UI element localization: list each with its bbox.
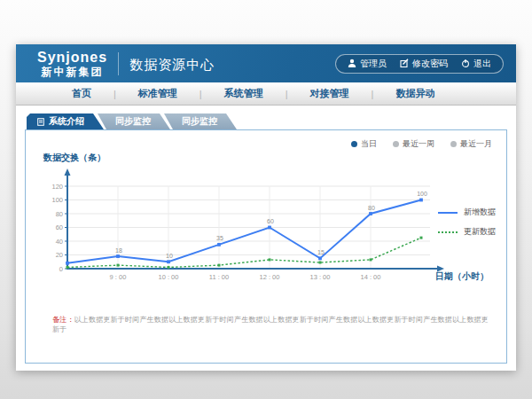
x-axis-title: 日期（小时） (435, 270, 489, 283)
svg-text:0: 0 (59, 265, 63, 273)
nav-item-2[interactable]: 系统管理 (202, 87, 286, 100)
radio-selected-icon (351, 141, 357, 147)
radio-label: 最近一月 (460, 138, 492, 150)
legend-label: 新增数据 (464, 207, 496, 218)
legend-item-0: 新增数据 (438, 207, 496, 218)
radio-label: 当日 (361, 138, 377, 150)
nav-item-1[interactable]: 标准管理 (116, 87, 200, 100)
svg-text:9 : 00: 9 : 00 (110, 273, 127, 281)
power-icon (461, 59, 470, 68)
user-menu-power[interactable]: 退出 (461, 58, 491, 70)
user-menu-label: 退出 (473, 58, 491, 70)
legend-line-sample (438, 231, 458, 233)
tab-2[interactable]: 同步监控 (164, 113, 237, 129)
radio-period-2[interactable]: 最近一月 (450, 138, 492, 150)
footnote: 备注：以上数据更新于时间产生数据以上数据更新于时间产生数据以上数据更新于时间产生… (52, 315, 492, 334)
user-menu-label: 修改密码 (412, 58, 448, 70)
svg-text:80: 80 (56, 210, 63, 218)
main-nav: 首页|标准管理|系统管理|对接管理|数据异动 (16, 82, 516, 106)
svg-text:40: 40 (56, 238, 63, 246)
legend-item-1: 更新数据 (438, 226, 496, 238)
logo-brand-text: Synjones (37, 51, 107, 65)
tab-0-active[interactable]: 系统介绍 (27, 113, 104, 129)
app-window: Synjones 新中新集团 数据资源中心 管理员修改密码退出 首页|标准管理|… (16, 44, 516, 371)
radio-unselected-icon (393, 141, 399, 147)
svg-text:15: 15 (317, 249, 325, 255)
svg-text:100: 100 (51, 196, 63, 204)
radio-label: 最近一周 (403, 138, 434, 150)
tab-label: 系统介绍 (49, 113, 84, 129)
edit-icon (400, 59, 409, 68)
svg-text:10 : 00: 10 : 00 (159, 273, 179, 281)
svg-text:11 : 00: 11 : 00 (209, 273, 229, 281)
logo: Synjones 新中新集团 (37, 51, 107, 77)
svg-text:120: 120 (51, 183, 63, 191)
svg-text:18: 18 (115, 247, 122, 254)
user-menu-user[interactable]: 管理员 (348, 58, 387, 70)
content-panel: 当日最近一周最近一月 数据交换（条） 0204060801001209 : 00… (25, 129, 507, 364)
document-icon (37, 118, 44, 126)
svg-text:10: 10 (166, 253, 173, 259)
svg-text:80: 80 (368, 205, 375, 211)
nav-item-4[interactable]: 数据异动 (373, 87, 457, 100)
content-area: 系统介绍同步监控同步监控 当日最近一周最近一月 数据交换（条） 02040608… (16, 106, 516, 364)
logo-company-text: 新中新集团 (37, 66, 107, 77)
svg-text:14 : 00: 14 : 00 (361, 273, 381, 281)
svg-text:60: 60 (267, 218, 274, 224)
legend-label: 更新数据 (464, 226, 496, 238)
app-header: Synjones 新中新集团 数据资源中心 管理员修改密码退出 (16, 44, 516, 82)
user-icon (348, 59, 356, 68)
chart-legend: 新增数据更新数据 (438, 207, 496, 246)
header-divider (118, 52, 119, 75)
nav-item-0[interactable]: 首页 (50, 87, 113, 100)
footnote-label: 备注： (52, 316, 74, 324)
svg-text:60: 60 (56, 223, 63, 231)
radio-unselected-icon (450, 141, 457, 147)
line-chart: 0204060801001209 : 0010 : 0011 : 0012 : … (33, 165, 450, 285)
radio-period-1[interactable]: 最近一周 (393, 138, 434, 150)
period-filter-group: 当日最近一周最近一月 (351, 138, 492, 150)
user-menu: 管理员修改密码退出 (335, 54, 504, 74)
tab-bar: 系统介绍同步监控同步监控 (27, 113, 507, 129)
user-menu-label: 管理员 (360, 58, 387, 70)
legend-line-sample (438, 212, 458, 214)
app-title: 数据资源中心 (129, 57, 215, 74)
svg-text:13 : 00: 13 : 00 (310, 273, 331, 281)
user-menu-edit[interactable]: 修改密码 (400, 58, 448, 70)
tab-1[interactable]: 同步监控 (98, 113, 170, 129)
svg-text:35: 35 (216, 235, 223, 241)
svg-text:100: 100 (417, 191, 427, 197)
y-axis-title: 数据交换（条） (43, 152, 106, 164)
svg-text:20: 20 (56, 251, 63, 259)
nav-item-3[interactable]: 对接管理 (288, 87, 372, 100)
svg-text:12 : 00: 12 : 00 (260, 273, 280, 281)
footnote-text: 以上数据更新于时间产生数据以上数据更新于时间产生数据以上数据更新于时间产生数据以… (52, 316, 489, 333)
radio-period-0[interactable]: 当日 (351, 138, 377, 150)
